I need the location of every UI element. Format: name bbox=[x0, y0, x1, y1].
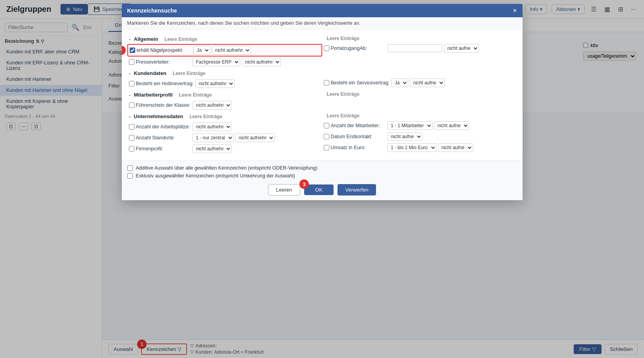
portalzugang-row: PortalzugangAb: nicht aufne bbox=[322, 43, 517, 54]
anzahl-standorte-row: Anzahl Standorte: 1 - nur zentral nicht … bbox=[127, 132, 322, 143]
erhaelt-nagelprospekt-select[interactable]: Ja bbox=[193, 46, 210, 55]
erhaelt-nagelprospekt-row: 2 erhält Nägelprospekt: Ja nicht aufnehm bbox=[127, 44, 322, 57]
portalzugang-empty-select[interactable]: nicht aufne bbox=[444, 44, 479, 53]
modal-footer-options: Additive Auswahl über alle gewählten Ken… bbox=[127, 165, 517, 179]
mitarbeiterprofil-header: - Mitarbeiterprofil Leere Einträge bbox=[127, 89, 322, 100]
presseverteiler-select[interactable]: Fachpresse ERP bbox=[193, 58, 240, 66]
anzahl-arbeitsplaetze-empty-select[interactable]: nicht aufnehm bbox=[193, 122, 232, 131]
footer-option1-checkbox[interactable] bbox=[127, 165, 133, 171]
kundendaten-left: - Kundendaten Leere Einträge Besteht ein… bbox=[127, 68, 322, 89]
kundendaten-header: - Kundendaten Leere Einträge bbox=[127, 68, 322, 78]
anzahl-standorte-checkbox[interactable] bbox=[129, 135, 134, 141]
presseverteiler-empty-select[interactable]: nicht aufnehm bbox=[242, 58, 281, 66]
presseverteiler-checkbox[interactable] bbox=[129, 59, 134, 65]
anzahl-mitarbeiter-select[interactable]: 1 - 1 Mitarbeiter bbox=[387, 121, 433, 130]
unternehmensdaten-header: - Unternehmensdaten Leere Einträge bbox=[127, 111, 322, 121]
anzahl-arbeitsplaetze-checkbox[interactable] bbox=[129, 124, 134, 130]
hotlinevertrag-checkbox[interactable] bbox=[129, 81, 134, 86]
mitarbeiterprofil-right-header: Leere Einträge bbox=[322, 89, 517, 99]
modal-header: Kennzeichensuche × bbox=[122, 4, 523, 17]
anzahl-arbeitsplaetze-row: Anzahl der Arbeitsplätze: nicht aufnehm bbox=[127, 121, 322, 132]
servicevertrag-row: Besteht ein Servicevertrag: Ja nicht auf… bbox=[322, 77, 517, 88]
firmenprofil-row: Firmenprofil: nicht aufnehm bbox=[127, 143, 322, 154]
allgemein-right: Leere Einträge PortalzugangAb: nicht auf… bbox=[322, 33, 517, 68]
kundendaten-section: - Kundendaten Leere Einträge Besteht ein… bbox=[127, 68, 517, 89]
kundendaten-right: Besteht ein Servicevertrag: Ja nicht auf… bbox=[322, 68, 517, 89]
hotlinevertrag-empty-select[interactable]: nicht aufnehm bbox=[195, 79, 235, 88]
unternehmensdaten-section: - Unternehmensdaten Leere Einträge Anzah… bbox=[127, 111, 517, 154]
allgemein-header: - Allgemein Leere Einträge bbox=[127, 33, 322, 44]
anzahl-mitarbeiter-checkbox[interactable] bbox=[324, 123, 329, 128]
hotlinevertrag-row: Besteht ein Hotlinevertrag: nicht aufneh… bbox=[127, 78, 322, 89]
anzahl-standorte-empty-select[interactable]: nicht aufnehm bbox=[235, 133, 275, 142]
modal-subtitle: Markieren Sie die Kennzeichen, nach dene… bbox=[122, 17, 523, 29]
anzahl-standorte-select[interactable]: 1 - nur zentral bbox=[193, 133, 234, 142]
erhaelt-nagelprospekt-checkbox[interactable] bbox=[130, 47, 135, 53]
anzahl-mitarbeiter-empty-select[interactable]: nicht aufne bbox=[434, 121, 469, 130]
anzahl-mitarbeiter-row: Anzahl der Mitarbeiter: 1 - 1 Mitarbeite… bbox=[322, 120, 517, 131]
allgemein-right-header: Leere Einträge bbox=[322, 33, 517, 43]
unternehmensdaten-right: Leere Einträge Anzahl der Mitarbeiter: 1… bbox=[322, 111, 517, 154]
datum-erstkontakt-checkbox[interactable] bbox=[324, 134, 329, 139]
ok-btn-wrapper: OK 3 bbox=[304, 184, 334, 195]
modal-footer-buttons: Leeren OK 3 Verwerfen bbox=[127, 184, 517, 195]
datum-erstkontakt-row: Datum Erstkontakt: nicht aufne bbox=[322, 131, 517, 142]
mitarbeiterprofil-right: Leere Einträge bbox=[322, 89, 517, 111]
step2-badge: 2 bbox=[122, 46, 126, 55]
datum-erstkontakt-empty-select[interactable]: nicht aufne bbox=[387, 132, 422, 141]
servicevertrag-select[interactable]: Ja bbox=[391, 79, 408, 87]
modal-title: Kennzeichensuche bbox=[127, 7, 177, 14]
fuehrerschein-checkbox[interactable] bbox=[129, 102, 134, 108]
kundendaten-right-header bbox=[322, 68, 517, 77]
unternehmensdaten-left: - Unternehmensdaten Leere Einträge Anzah… bbox=[127, 111, 322, 154]
mitarbeiterprofil-placeholder-row bbox=[322, 99, 517, 110]
firmenprofil-empty-select[interactable]: nicht aufnehm bbox=[193, 144, 232, 153]
fuehrerschein-row: Führerschein der Klasse: nicht aufnehm bbox=[127, 100, 322, 111]
servicevertrag-empty-select[interactable]: nicht aufne bbox=[410, 79, 445, 87]
leeren-button[interactable]: Leeren bbox=[268, 184, 300, 195]
footer-option-1: Additive Auswahl über alle gewählten Ken… bbox=[127, 165, 517, 171]
ok-button[interactable]: OK bbox=[304, 184, 334, 195]
modal-close-button[interactable]: × bbox=[513, 7, 517, 14]
servicevertrag-checkbox[interactable] bbox=[324, 80, 329, 86]
mitarbeiterprofil-left: - Mitarbeiterprofil Leere Einträge Führe… bbox=[127, 89, 322, 111]
modal-overlay: Kennzeichensuche × Markieren Sie die Ken… bbox=[0, 0, 644, 358]
umsatz-select[interactable]: 1 - bis 1 Mio Euro bbox=[387, 143, 437, 152]
firmenprofil-checkbox[interactable] bbox=[129, 146, 134, 152]
portalzugang-input[interactable] bbox=[387, 44, 442, 52]
mitarbeiterprofil-section: - Mitarbeiterprofil Leere Einträge Führe… bbox=[127, 89, 517, 111]
verwerfen-button[interactable]: Verwerfen bbox=[338, 184, 376, 195]
fuehrerschein-empty-select[interactable]: nicht aufnehm bbox=[193, 101, 232, 110]
erhaelt-nagelprospekt-empty-select[interactable]: nicht aufnehm bbox=[212, 46, 251, 55]
placeholder-right-row bbox=[322, 54, 517, 65]
presseverteiler-row: Presseverteiler: Fachpresse ERP nicht au… bbox=[127, 57, 322, 68]
umsatz-checkbox[interactable] bbox=[324, 145, 329, 150]
umsatz-row: Umsatz in Euro: 1 - bis 1 Mio Euro nicht… bbox=[322, 142, 517, 153]
allgemein-section: - Allgemein Leere Einträge 2 erhält Näge… bbox=[127, 33, 517, 68]
footer-option2-checkbox[interactable] bbox=[127, 173, 133, 179]
unternehmensdaten-right-header: Leere Einträge bbox=[322, 111, 517, 120]
modal-body: - Allgemein Leere Einträge 2 erhält Näge… bbox=[122, 29, 523, 160]
kennzeichensuche-modal: Kennzeichensuche × Markieren Sie die Ken… bbox=[122, 4, 523, 200]
step3-badge: 3 bbox=[299, 179, 309, 189]
modal-footer: Additive Auswahl über alle gewählten Ken… bbox=[122, 160, 523, 200]
umsatz-empty-select[interactable]: nicht aufne bbox=[438, 143, 473, 152]
footer-option-2: Exklusiv ausgewählter Kennzeichen (entsp… bbox=[127, 173, 517, 179]
allgemein-left: - Allgemein Leere Einträge 2 erhält Näge… bbox=[127, 33, 322, 68]
portalzugang-checkbox[interactable] bbox=[324, 46, 329, 51]
